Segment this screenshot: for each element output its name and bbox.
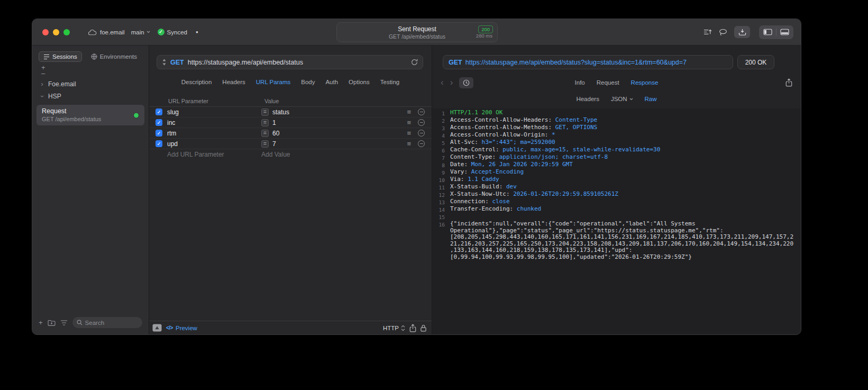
tab-request[interactable]: Request (597, 79, 619, 86)
history-back-icon[interactable]: ‹ (441, 77, 444, 88)
remove-param-icon[interactable] (418, 140, 425, 147)
request-method[interactable]: GET (170, 59, 184, 66)
line-text: Vary: Accept-Encoding (450, 169, 794, 176)
project-name: foe.email (100, 29, 125, 35)
param-checkbox[interactable]: ✓ (156, 140, 162, 147)
request-url[interactable]: https://statuspage.me/api/embed/status (188, 59, 407, 66)
param-checkbox[interactable]: ✓ (156, 130, 162, 137)
param-key[interactable]: rtm (167, 130, 261, 137)
tab-body[interactable]: Body (301, 79, 315, 85)
code-line: 4Access-Control-Allow-Origin: * (436, 132, 794, 139)
share-icon[interactable] (409, 324, 416, 332)
protocol-selector[interactable]: HTTP (383, 325, 405, 331)
param-key[interactable]: inc (167, 119, 261, 126)
add-value-placeholder[interactable]: Add Value (261, 151, 290, 158)
subtab-json[interactable]: JSON (611, 96, 633, 102)
line-number: 13 (436, 198, 445, 206)
tree-group-foe-email[interactable]: › Foe.email (32, 78, 149, 90)
chevron-down-icon[interactable]: › (39, 94, 46, 98)
import-tray-icon[interactable] (734, 26, 750, 38)
sidebar-item-request[interactable]: Request GET /api/embed/status (36, 105, 144, 125)
export-response-icon[interactable] (785, 78, 792, 87)
request-url-bar[interactable]: GET https://statuspage.me/api/embed/stat… (157, 55, 423, 69)
response-subtabs: Headers JSON Raw (432, 94, 801, 104)
subtab-raw[interactable]: Raw (645, 96, 657, 102)
toggle-left-sidebar-icon[interactable] (760, 26, 776, 39)
param-row[interactable]: ✓ inc = 1 ≡ (149, 117, 432, 128)
sidebar-search[interactable] (72, 317, 142, 328)
close-window-button[interactable] (42, 29, 49, 35)
tab-options[interactable]: Options (349, 79, 370, 85)
tree-group-hsp[interactable]: › HSP (32, 90, 149, 102)
tab-auth[interactable]: Auth (325, 79, 338, 85)
param-value[interactable]: 60 (272, 130, 407, 137)
response-panel: GET https://statuspage.me/api/embed/stat… (432, 46, 801, 334)
sent-request-summary[interactable]: Sent Request 200 GET /api/embed/status 2… (336, 22, 498, 42)
request-tabs: Description Headers URL Params Body Auth… (149, 76, 432, 88)
panel-expand-icon[interactable] (152, 324, 162, 332)
tab-description[interactable]: Description (181, 79, 212, 85)
tab-url-params[interactable]: URL Params (256, 79, 290, 85)
remove-param-icon[interactable] (418, 119, 425, 126)
remove-param-icon[interactable] (418, 130, 425, 137)
response-tabs: Info Request Response (575, 79, 659, 86)
sync-status[interactable]: ✓ Synced (158, 29, 187, 35)
preview-label: Preview (176, 325, 197, 331)
lasso-icon[interactable] (719, 29, 727, 36)
tab-sessions[interactable]: Sessions (39, 51, 82, 62)
tab-headers[interactable]: Headers (222, 79, 245, 85)
tab-testing[interactable]: Testing (380, 79, 399, 85)
preview-button[interactable]: </> Preview (166, 325, 197, 331)
param-key[interactable]: slug (167, 108, 261, 116)
drag-handle-icon[interactable]: ≡ (407, 129, 411, 137)
new-folder-icon[interactable] (48, 320, 56, 326)
list-options-icon[interactable] (60, 320, 68, 325)
response-method: GET (449, 59, 462, 66)
remove-session-button[interactable]: – (41, 70, 149, 76)
add-param-row[interactable]: Add URL Parameter Add Value (149, 149, 432, 160)
param-value[interactable]: status (272, 108, 407, 116)
branch-selector[interactable]: main (131, 29, 150, 35)
param-checkbox[interactable]: ✓ (156, 108, 162, 115)
resend-icon[interactable] (411, 59, 418, 66)
minimize-window-button[interactable] (53, 29, 59, 35)
param-row[interactable]: ✓ upd = 7 ≡ (149, 139, 432, 149)
request-item-title: Request (42, 107, 139, 115)
method-swap-icon[interactable] (162, 59, 167, 66)
add-session-button[interactable]: + (41, 65, 149, 70)
param-rows: ✓ slug = status ≡ ✓ inc = 1 ≡ ✓ rtm = 60… (149, 107, 432, 149)
tab-environments[interactable]: Environments (86, 51, 142, 62)
line-text: Transfer-Encoding: chunked (450, 206, 794, 213)
lock-icon[interactable] (421, 324, 426, 332)
titlebar: foe.email main ✓ Synced ● Sent Request 2… (32, 19, 801, 46)
tab-response[interactable]: Response (631, 79, 659, 86)
code-line: 15 (436, 213, 794, 221)
add-item-button[interactable]: + (39, 320, 43, 326)
tab-info[interactable]: Info (575, 79, 585, 86)
equals-icon: = (261, 108, 269, 116)
zoom-window-button[interactable] (63, 29, 70, 35)
subtab-headers[interactable]: Headers (576, 96, 599, 102)
param-row[interactable]: ✓ slug = status ≡ (149, 107, 432, 117)
drag-handle-icon[interactable]: ≡ (407, 140, 411, 148)
project-selector[interactable]: foe.email (88, 29, 125, 35)
main-content: Sessions Environments + – › Foe.email (32, 46, 801, 334)
line-text: Date: Mon, 26 Jan 2026 20:29:59 GMT (450, 161, 794, 169)
add-url-parameter-placeholder[interactable]: Add URL Parameter (167, 151, 261, 158)
param-value[interactable]: 7 (272, 140, 407, 148)
history-clock-icon[interactable] (459, 77, 473, 88)
param-key[interactable]: upd (167, 140, 261, 148)
param-row[interactable]: ✓ rtm = 60 ≡ (149, 128, 432, 139)
subtab-headers-label: Headers (576, 96, 599, 102)
response-url-bar[interactable]: GET https://statuspage.me/api/embed/stat… (443, 55, 733, 69)
toggle-bottom-panel-icon[interactable] (776, 26, 793, 39)
drag-handle-icon[interactable]: ≡ (407, 108, 411, 116)
param-checkbox[interactable]: ✓ (156, 119, 162, 126)
search-input[interactable] (85, 320, 138, 326)
sort-lines-icon[interactable] (703, 29, 712, 35)
param-value[interactable]: 1 (272, 119, 407, 126)
remove-param-icon[interactable] (418, 108, 425, 115)
chevron-right-icon[interactable]: › (40, 80, 44, 88)
history-forward-icon[interactable]: › (450, 77, 453, 88)
drag-handle-icon[interactable]: ≡ (407, 119, 411, 126)
